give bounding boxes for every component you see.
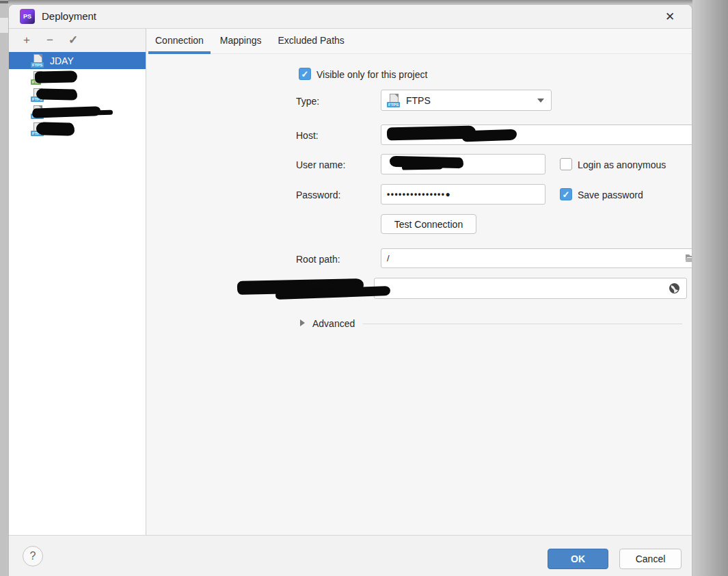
type-label: Type:: [296, 96, 319, 107]
browse-folder-icon[interactable]: [685, 252, 692, 263]
set-default-server-icon[interactable]: ✓: [66, 34, 80, 47]
redaction-scribble: [36, 88, 77, 100]
password-input[interactable]: •••••••••••••••●: [381, 184, 545, 205]
redaction-scribble: [32, 106, 100, 118]
server-name: JDAY: [50, 55, 74, 66]
server-item[interactable]: FTP: [9, 69, 146, 86]
server-list: FTPS JDAY FTP FTPS: [9, 52, 146, 138]
root-path-input[interactable]: /: [381, 248, 692, 268]
host-input[interactable]: [381, 125, 692, 145]
redaction-scribble: [462, 129, 517, 142]
tab-connection[interactable]: Connection: [147, 29, 212, 54]
redaction-scribble: [402, 163, 443, 170]
tab-excluded-paths[interactable]: Excluded Paths: [270, 29, 353, 54]
user-name-label: User name:: [296, 159, 345, 170]
desktop-right-strip: [692, 0, 728, 576]
server-list-toolbar: + − ✓: [9, 29, 146, 52]
login-anonymous-label: Login as anonymous: [578, 159, 666, 170]
add-server-icon[interactable]: +: [20, 34, 33, 47]
deployment-dialog: PS Deployment ✕ + − ✓ FTPS JDAY FTP: [8, 4, 692, 576]
advanced-expander-icon[interactable]: [300, 319, 305, 326]
password-masked-value: •••••••••••••••●: [387, 189, 451, 199]
server-item[interactable]: FTPS: [9, 86, 146, 103]
phpstorm-logo-icon: PS: [20, 9, 35, 24]
login-anonymous-checkbox[interactable]: [560, 158, 572, 170]
advanced-separator: [363, 324, 682, 324]
visible-only-checkbox[interactable]: ✓: [299, 68, 311, 80]
tab-mappings[interactable]: Mappings: [212, 29, 270, 54]
server-item[interactable]: FTPS: [9, 120, 146, 138]
host-label: Host:: [296, 130, 319, 141]
dialog-title: Deployment: [42, 10, 96, 22]
chevron-down-icon: [537, 99, 544, 103]
redaction-scribble: [96, 110, 113, 116]
visible-only-label: Visible only for this project: [316, 69, 427, 80]
close-icon[interactable]: ✕: [662, 9, 678, 25]
help-icon[interactable]: ?: [23, 546, 43, 566]
save-password-checkbox[interactable]: ✓: [560, 188, 572, 200]
redaction-scribble: [35, 70, 77, 83]
server-item[interactable]: FTPS: [9, 103, 146, 120]
type-value: FTPS: [406, 95, 431, 106]
type-dropdown[interactable]: FTPS FTPS: [381, 90, 552, 111]
server-list-panel: + − ✓ FTPS JDAY FTP: [9, 29, 146, 536]
ok-button[interactable]: OK: [548, 549, 608, 569]
save-password-label: Save password: [578, 189, 643, 200]
background-window-fragment: [0, 18, 8, 33]
desktop-left-strip: [0, 0, 8, 576]
tab-bar: Connection Mappings Excluded Paths: [147, 29, 692, 54]
user-name-input[interactable]: [381, 154, 545, 174]
cancel-button[interactable]: Cancel: [619, 549, 682, 569]
open-in-browser-globe-icon[interactable]: [669, 283, 680, 294]
password-label: Password:: [296, 189, 340, 200]
advanced-label[interactable]: Advanced: [312, 318, 355, 329]
ftps-type-icon: FTPS: [387, 94, 402, 107]
background-window-fragment: [0, 1, 8, 3]
dialog-footer: ? OK Cancel: [9, 535, 692, 576]
server-item-selected[interactable]: FTPS JDAY: [9, 52, 146, 69]
ftps-server-icon: FTPS: [31, 54, 46, 68]
root-path-label: Root path:: [296, 254, 340, 265]
redaction-scribble: [36, 122, 75, 135]
web-server-url-input[interactable]: [374, 278, 687, 299]
test-connection-button[interactable]: Test Connection: [381, 214, 476, 234]
remove-server-icon[interactable]: −: [43, 34, 57, 47]
dialog-titlebar: PS Deployment ✕: [9, 5, 692, 29]
